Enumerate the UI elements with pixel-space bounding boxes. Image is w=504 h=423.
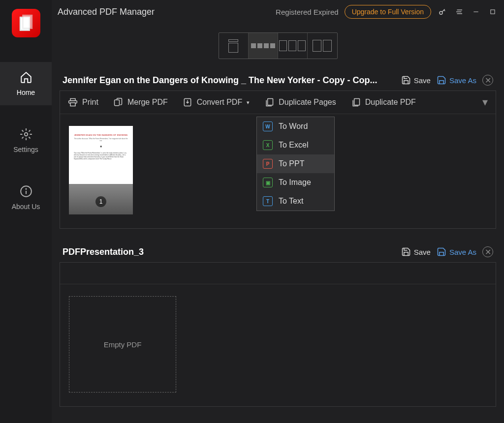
save-button[interactable]: Save bbox=[401, 75, 431, 85]
svg-rect-17 bbox=[268, 99, 273, 105]
svg-rect-14 bbox=[114, 100, 119, 106]
upgrade-button[interactable]: Upgrade to Full Version bbox=[345, 5, 431, 19]
chevron-down-icon: ▾ bbox=[247, 99, 250, 106]
svg-point-6 bbox=[440, 11, 442, 14]
duplicate-pdf-icon bbox=[351, 97, 361, 107]
convert-icon bbox=[183, 97, 192, 107]
document-toolbar bbox=[60, 263, 496, 284]
convert-to-word[interactable]: WTo Word bbox=[257, 117, 334, 136]
convert-pdf-button[interactable]: Convert PDF ▾ bbox=[183, 97, 250, 107]
print-icon bbox=[68, 97, 78, 107]
content-area: Jennifer Egan on the Dangers of Knowing … bbox=[52, 70, 504, 423]
registration-status: Registered Expired bbox=[276, 8, 339, 16]
app-logo bbox=[12, 9, 40, 37]
gear-icon bbox=[20, 128, 32, 141]
duplicate-pages-button[interactable]: Duplicate Pages bbox=[264, 97, 336, 107]
view-switcher bbox=[52, 24, 504, 70]
convert-to-image[interactable]: ▣To Image bbox=[257, 173, 334, 192]
info-icon bbox=[20, 185, 32, 198]
view-mode-two-up[interactable] bbox=[308, 33, 337, 59]
document-header: PDFPresentation_3 Save Save As ✕ bbox=[60, 242, 496, 262]
toolbar-overflow-button[interactable]: ▾ bbox=[482, 96, 488, 109]
save-as-button[interactable]: Save As bbox=[437, 75, 476, 85]
minimize-button[interactable] bbox=[471, 6, 481, 17]
sidebar-item-label: Home bbox=[17, 89, 35, 96]
merge-pdf-button[interactable]: Merge PDF bbox=[113, 97, 168, 107]
svg-point-2 bbox=[24, 133, 28, 136]
close-document-button[interactable]: ✕ bbox=[482, 246, 493, 257]
convert-to-excel[interactable]: XTo Excel bbox=[257, 136, 334, 154]
sidebar: Home Settings About Us bbox=[0, 0, 52, 423]
document-title: Jennifer Egan on the Dangers of Knowing … bbox=[63, 75, 395, 86]
sidebar-item-label: About Us bbox=[12, 203, 40, 211]
svg-rect-13 bbox=[70, 103, 75, 106]
duplicate-pdf-button[interactable]: Duplicate PDF bbox=[351, 97, 416, 107]
main: Advanced PDF Manager Registered Expired … bbox=[52, 0, 504, 423]
document-panel: Empty PDF bbox=[60, 262, 496, 407]
svg-rect-11 bbox=[491, 10, 495, 14]
word-icon: W bbox=[263, 121, 273, 131]
sidebar-item-home[interactable]: Home bbox=[0, 62, 52, 105]
titlebar: Advanced PDF Manager Registered Expired … bbox=[52, 0, 504, 24]
sidebar-item-about[interactable]: About Us bbox=[0, 176, 52, 219]
sidebar-item-settings[interactable]: Settings bbox=[0, 119, 52, 162]
view-mode-single[interactable] bbox=[219, 33, 249, 59]
save-as-icon bbox=[437, 247, 446, 257]
svg-rect-18 bbox=[354, 99, 359, 105]
document-title: PDFPresentation_3 bbox=[63, 247, 395, 257]
convert-to-ppt[interactable]: PTo PPT bbox=[257, 154, 334, 173]
image-icon: ▣ bbox=[263, 178, 273, 187]
svg-rect-1 bbox=[23, 15, 32, 29]
menu-icon[interactable] bbox=[454, 6, 465, 17]
page-thumbnail[interactable]: JENNIFER EGAN ON THE DANGERS OF KNOWING … bbox=[69, 126, 133, 214]
excel-icon: X bbox=[263, 140, 273, 150]
duplicate-pages-icon bbox=[264, 97, 274, 107]
print-button[interactable]: Print bbox=[68, 97, 98, 107]
merge-icon bbox=[113, 97, 123, 107]
empty-pdf-placeholder[interactable]: Empty PDF bbox=[69, 296, 176, 393]
save-icon bbox=[401, 247, 411, 257]
document-header: Jennifer Egan on the Dangers of Knowing … bbox=[60, 70, 496, 91]
convert-dropdown: WTo Word XTo Excel PTo PPT ▣To Image TTo… bbox=[256, 117, 335, 211]
maximize-button[interactable] bbox=[487, 6, 498, 17]
ppt-icon: P bbox=[263, 159, 273, 169]
save-as-icon bbox=[437, 75, 446, 85]
save-button[interactable]: Save bbox=[401, 247, 431, 257]
sidebar-item-label: Settings bbox=[13, 146, 38, 153]
save-as-button[interactable]: Save As bbox=[437, 247, 476, 257]
key-icon[interactable] bbox=[437, 6, 448, 17]
document-toolbar: Print Merge PDF Convert PDF ▾ Duplicate … bbox=[60, 91, 496, 114]
page-number-badge: 1 bbox=[95, 196, 106, 207]
app-title: Advanced PDF Manager bbox=[58, 7, 155, 17]
save-icon bbox=[401, 75, 411, 85]
view-mode-small-thumbs[interactable] bbox=[249, 33, 278, 59]
home-icon bbox=[20, 71, 32, 84]
document-panel: Print Merge PDF Convert PDF ▾ Duplicate … bbox=[60, 91, 496, 229]
view-mode-large-thumbs[interactable] bbox=[278, 33, 308, 59]
page-thumbnails: Empty PDF bbox=[60, 284, 496, 406]
svg-point-5 bbox=[26, 189, 26, 189]
close-document-button[interactable]: ✕ bbox=[482, 75, 493, 86]
text-icon: T bbox=[263, 196, 273, 206]
convert-to-text[interactable]: TTo Text bbox=[257, 192, 334, 211]
